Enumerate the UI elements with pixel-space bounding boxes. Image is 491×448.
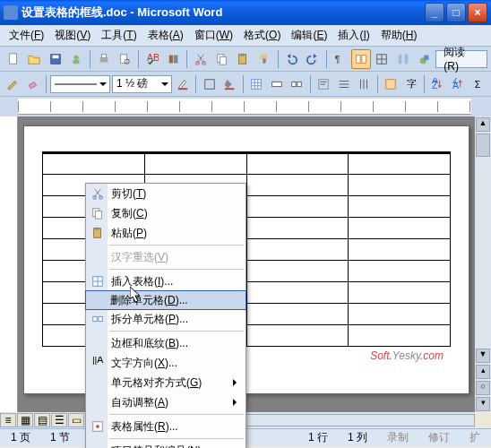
print-preview-button[interactable]: [116, 49, 135, 69]
menu-o[interactable]: 格式(O): [238, 26, 286, 45]
save-button[interactable]: [46, 49, 65, 69]
insert-table-button[interactable]: [247, 74, 266, 94]
ctx-文字方向[interactable]: ||A文字方向(X)...: [86, 353, 246, 373]
vertical-ruler[interactable]: [0, 116, 18, 412]
eraser-button[interactable]: [24, 74, 43, 94]
drawing-button[interactable]: [415, 49, 435, 69]
textdir-icon: ||A: [90, 356, 105, 370]
autosum-button[interactable]: Σ: [469, 74, 487, 94]
normal-view-button[interactable]: ≡: [0, 413, 16, 427]
merge-cells-button[interactable]: [267, 74, 286, 94]
close-button[interactable]: ×: [468, 3, 487, 22]
ctx-边框和底纹[interactable]: 边框和底纹(B)...: [86, 333, 246, 353]
align-button[interactable]: [314, 74, 333, 94]
ctx-粘贴[interactable]: 粘贴(P): [86, 223, 246, 243]
reading-layout-button[interactable]: [351, 49, 371, 69]
cut-button[interactable]: [191, 49, 211, 69]
status-col: 1 列: [342, 430, 373, 445]
sort-desc-button[interactable]: ZA: [449, 74, 468, 94]
svg-rect-21: [362, 55, 366, 63]
svg-rect-17: [241, 53, 245, 56]
open-button[interactable]: [25, 49, 45, 69]
ctx-汉字重选: 汉字重选(V): [86, 247, 246, 267]
line-weight-value: 1 ½ 磅: [116, 76, 148, 91]
copy-button[interactable]: [212, 49, 232, 69]
svg-rect-33: [225, 88, 235, 90]
svg-rect-26: [405, 54, 409, 64]
scroll-up-button[interactable]: ▲: [476, 117, 490, 132]
menu-h[interactable]: 帮助(H): [375, 26, 423, 45]
new-doc-button[interactable]: [4, 49, 23, 69]
text-direction-button[interactable]: 字: [401, 74, 420, 94]
read-mode-button[interactable]: 阅读(R): [435, 50, 487, 68]
outline-view-button[interactable]: ☰: [51, 413, 67, 427]
maximize-button[interactable]: □: [446, 3, 466, 22]
draw-table-button[interactable]: [4, 74, 22, 94]
ctx-自动调整[interactable]: 自动调整(A): [86, 392, 246, 412]
menubar: 文件(F)视图(V)工具(T)表格(A)窗口(W)格式(O)编辑(E)插入(I)…: [0, 25, 491, 47]
shading-color-button[interactable]: [220, 74, 239, 94]
ctx-剪切[interactable]: 剪切(T): [86, 184, 246, 203]
svg-rect-41: [297, 82, 301, 86]
distribute-rows-button[interactable]: [334, 74, 353, 94]
show-paragraph-button[interactable]: ¶: [331, 49, 350, 69]
sort-asc-button[interactable]: AZ: [428, 74, 447, 94]
ctx-表格属性[interactable]: 表格属性(R)...: [86, 417, 246, 436]
ctx-复制[interactable]: 复制(C): [86, 203, 246, 223]
spellcheck-button[interactable]: AB: [142, 49, 162, 69]
menu-f[interactable]: 文件(F): [4, 26, 49, 45]
outside-border-button[interactable]: [200, 74, 219, 94]
next-page-button[interactable]: ▾: [476, 397, 490, 411]
web-view-button[interactable]: ▦: [17, 413, 33, 427]
svg-rect-20: [357, 55, 360, 63]
svg-rect-11: [174, 55, 177, 63]
scroll-down-button[interactable]: ▼: [476, 349, 490, 363]
split-cells-button[interactable]: [288, 74, 306, 94]
ctx-单元格对齐方式[interactable]: 单元格对齐方式(G): [86, 373, 246, 392]
status-page: 1 页: [5, 430, 36, 445]
autoformat-button[interactable]: [382, 74, 401, 94]
scroll-thumb[interactable]: [476, 134, 490, 157]
format-painter-button[interactable]: [254, 49, 274, 69]
undo-button[interactable]: [282, 49, 302, 69]
svg-rect-6: [101, 54, 106, 57]
table-icon: [90, 274, 105, 289]
horizontal-ruler[interactable]: [18, 99, 471, 115]
ctx-项目符号和编号[interactable]: 项目符号和编号(N)...: [86, 441, 246, 448]
border-color-button[interactable]: [174, 74, 193, 94]
menu-t[interactable]: 工具(T): [96, 26, 142, 45]
svg-rect-68: [99, 316, 102, 321]
menu-w[interactable]: 窗口(W): [189, 26, 238, 45]
tables-borders-button[interactable]: [373, 49, 392, 69]
line-style-combo[interactable]: [50, 75, 110, 93]
prev-page-button[interactable]: ▴: [476, 365, 490, 379]
ctx-删除单元格[interactable]: 删除单元格(D)...: [85, 290, 246, 310]
menu-i[interactable]: 插入(I): [332, 26, 375, 45]
browse-object-button[interactable]: ○: [476, 381, 490, 395]
menu-e[interactable]: 编辑(E): [286, 26, 332, 45]
print-view-button[interactable]: ▤: [34, 413, 50, 427]
svg-rect-7: [121, 54, 127, 63]
svg-rect-67: [93, 316, 97, 321]
columns-button[interactable]: [393, 49, 413, 69]
ctx-拆分单元格[interactable]: 拆分单元格(P)...: [86, 309, 246, 329]
ctx-插入表格[interactable]: 插入表格(I)...: [86, 271, 246, 291]
permissions-button[interactable]: [67, 49, 87, 69]
menu-v[interactable]: 视图(V): [49, 26, 96, 45]
print-button[interactable]: [94, 49, 114, 69]
minimize-button[interactable]: _: [425, 3, 444, 22]
reading-view-button[interactable]: ▭: [68, 413, 84, 427]
props-icon: [90, 419, 105, 434]
menu-a[interactable]: 表格(A): [142, 26, 189, 45]
paste-button[interactable]: [233, 49, 253, 69]
paste-icon: [90, 226, 105, 240]
titlebar: 设置表格的框线.doc - Microsoft Word _ □ ×: [0, 0, 491, 25]
vertical-scrollbar[interactable]: ▲ ▼ ▴ ○ ▾: [475, 116, 491, 412]
status-rec: 录制: [382, 430, 414, 445]
research-button[interactable]: [164, 49, 184, 69]
redo-button[interactable]: [303, 49, 323, 69]
line-weight-combo[interactable]: 1 ½ 磅: [112, 75, 172, 93]
svg-rect-5: [100, 57, 108, 62]
distribute-cols-button[interactable]: [355, 74, 374, 94]
svg-text:Σ: Σ: [474, 78, 480, 89]
